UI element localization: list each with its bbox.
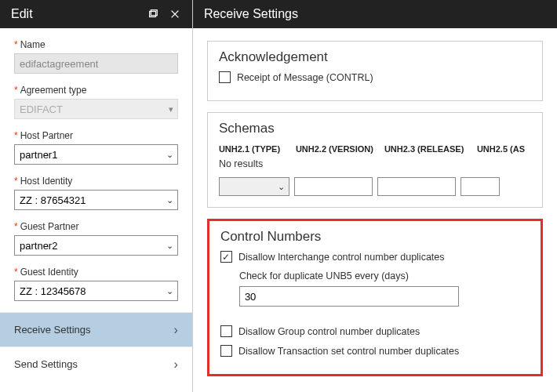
disallow-txn-checkbox[interactable]	[220, 345, 232, 357]
edit-panel: Edit *Name *Agreement type EDIFACT ▾	[0, 0, 193, 392]
schemas-title: Schemas	[219, 121, 531, 136]
schemas-no-results: No results	[219, 158, 531, 169]
check-dup-label: Check for duplicate UNB5 every (days)	[239, 270, 530, 281]
edit-title: Edit	[11, 7, 33, 21]
schema-type-select[interactable]	[220, 178, 289, 195]
edit-header: Edit	[0, 0, 192, 28]
guest-partner-select[interactable]: partner2	[14, 235, 178, 256]
disallow-group-label: Disallow Group control number duplicates	[238, 326, 420, 337]
disallow-txn-label: Disallow Transaction set control number …	[238, 346, 459, 357]
agreement-type-select: EDIFACT	[14, 99, 178, 119]
nav-send-settings[interactable]: Send Settings ›	[0, 347, 192, 381]
guest-partner-label: *Guest Partner	[14, 221, 178, 232]
disallow-interchange-checkbox[interactable]: ✓	[220, 251, 232, 263]
acknowledgement-section: Acknowledgement Receipt of Message (CONT…	[207, 41, 543, 101]
schema-col-version: UNH2.2 (VERSION)	[296, 144, 378, 154]
disallow-group-checkbox[interactable]	[220, 325, 232, 337]
chevron-right-icon: ›	[174, 323, 178, 337]
schema-col-release: UNH2.3 (RELEASE)	[384, 144, 471, 154]
host-partner-label: *Host Partner	[14, 130, 178, 141]
nav-receive-label: Receive Settings	[14, 324, 91, 336]
schema-type-select-wrap: ⌄	[219, 177, 289, 196]
chevron-right-icon: ›	[174, 358, 178, 372]
check-dup-input[interactable]	[239, 286, 459, 307]
agreement-type-label: *Agreement type	[14, 85, 178, 96]
host-partner-select[interactable]: partner1	[14, 144, 178, 165]
receive-settings-panel: Receive Settings Acknowledgement Receipt…	[193, 0, 557, 392]
nav-receive-settings[interactable]: Receive Settings ›	[0, 312, 192, 347]
name-label: *Name	[14, 39, 178, 50]
control-numbers-title: Control Numbers	[220, 229, 530, 245]
schema-col-as: UNH2.5 (AS	[477, 144, 525, 154]
nav-send-label: Send Settings	[14, 358, 78, 370]
schema-as-input[interactable]	[461, 177, 500, 196]
schema-col-type: UNH2.1 (TYPE)	[219, 144, 289, 154]
schema-version-input[interactable]	[294, 177, 373, 196]
guest-identity-select[interactable]: ZZ : 12345678	[14, 281, 178, 301]
host-identity-label: *Host Identity	[14, 176, 178, 187]
close-icon[interactable]	[169, 8, 181, 20]
receipt-of-message-label: Receipt of Message (CONTRL)	[237, 72, 373, 83]
schemas-section: Schemas UNH2.1 (TYPE) UNH2.2 (VERSION) U…	[207, 112, 543, 208]
receive-header: Receive Settings	[193, 0, 557, 28]
receive-title: Receive Settings	[204, 7, 298, 21]
name-input	[14, 53, 178, 74]
ack-title: Acknowledgement	[219, 49, 531, 65]
host-identity-select[interactable]: ZZ : 87654321	[14, 190, 178, 210]
guest-identity-label: *Guest Identity	[14, 267, 178, 278]
control-numbers-section: Control Numbers ✓ Disallow Interchange c…	[207, 219, 543, 376]
disallow-interchange-label: Disallow Interchange control number dupl…	[238, 252, 445, 263]
receipt-of-message-checkbox[interactable]	[219, 71, 231, 83]
restore-icon[interactable]	[147, 8, 159, 20]
schema-release-input[interactable]	[377, 177, 456, 196]
